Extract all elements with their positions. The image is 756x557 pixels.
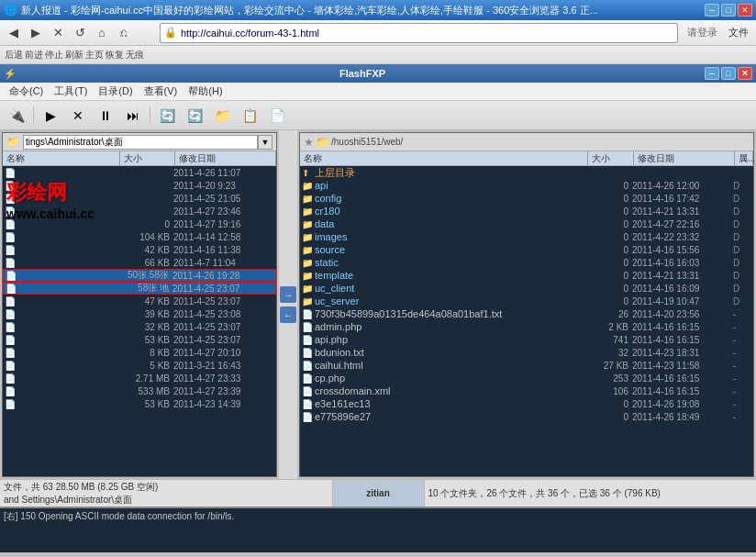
local-file-row[interactable]: 📄 2011-4-26 11:07 (3, 166, 276, 179)
remote-file-name: config (315, 193, 586, 204)
site-manager-button[interactable]: 📁 (209, 104, 235, 128)
remote-file-date: 2011-4-27 22:16 (632, 219, 733, 229)
close-button[interactable]: ✕ (738, 4, 752, 17)
local-file-row[interactable]: 📄 2.71 MB 2011-4-27 23:33 (3, 372, 276, 384)
restore-button[interactable]: ⎌ (114, 23, 134, 43)
fxp-minimize-button[interactable]: ─ (705, 67, 719, 80)
refresh-remote-button[interactable]: 🔄 (182, 104, 207, 128)
home-button[interactable]: ⌂ (92, 23, 112, 43)
remote-file-row[interactable]: 📄 api.php 741 2011-4-16 16:15 - (300, 333, 753, 346)
local-file-row[interactable]: 📄 66 KB 2011-4-7 11:04 (3, 256, 276, 269)
remote-file-size: 0 (586, 258, 632, 268)
local-file-row[interactable]: 📄 53 KB 2011-4-25 23:07 (3, 333, 276, 346)
queue-button[interactable]: 📋 (237, 104, 262, 128)
file-size: 8 KB (118, 348, 173, 358)
skip-button[interactable]: ⏭ (120, 104, 146, 128)
local-file-row[interactable]: 📄 50张 58张 2011-4-26 19:28 (3, 269, 276, 282)
remote-file-row[interactable]: 📁 cr180 0 2011-4-21 13:31 D (300, 205, 753, 217)
address-bar[interactable] (181, 28, 673, 39)
file-size: 32 KB (118, 322, 173, 332)
refresh-button[interactable]: ↺ (70, 23, 90, 43)
connect-button[interactable]: 🔌 (4, 104, 29, 128)
remote-file-icon: 📁 (302, 181, 315, 191)
transfer-button[interactable]: ▶ (38, 104, 63, 128)
local-path-input[interactable] (23, 135, 258, 150)
menu-view[interactable]: 查看(V) (139, 83, 183, 100)
menu-directory[interactable]: 目录(D) (93, 83, 138, 100)
remote-file-row[interactable]: 📁 template 0 2011-4-21 13:31 D (300, 269, 753, 282)
remote-file-row[interactable]: 📁 config 0 2011-4-16 17:42 D (300, 192, 753, 205)
local-folder-icon: 📁 (6, 136, 19, 148)
local-file-row[interactable]: 📄 32 KB 2011-4-25 23:07 (3, 320, 276, 333)
remote-file-row[interactable]: 📁 uc_server 0 2011-4-19 10:47 D (300, 295, 753, 307)
remote-file-icon: 📁 (302, 245, 315, 255)
file-date: 2011-4-27 23:33 (173, 373, 274, 384)
remote-file-name: api (315, 180, 586, 191)
file-menu[interactable]: 文件 (725, 26, 752, 39)
remote-file-date: 2011-4-26 19:08 (632, 399, 733, 409)
stop-label: 停止 (44, 49, 64, 61)
remote-file-row[interactable]: 📄 admin.php 2 KB 2011-4-16 16:15 - (300, 320, 753, 333)
local-file-row[interactable]: 📄 8 KB 2011-4-27 20:10 (3, 346, 276, 359)
local-file-row[interactable]: 📄 39 KB 2011-4-25 23:08 (3, 307, 276, 320)
remote-file-row[interactable]: 📄 e775896e27 0 2011-4-26 18:49 - (300, 410, 753, 423)
file-icon: 📄 (5, 206, 17, 217)
maximize-button[interactable]: □ (721, 4, 736, 17)
remote-file-row[interactable]: 📄 caihui.html 27 KB 2011-4-23 11:58 - (300, 359, 753, 372)
remote-file-row[interactable]: 📁 static 0 2011-4-16 16:03 D (300, 256, 753, 269)
remote-file-row[interactable]: 📁 api 0 2011-4-26 12:00 D (300, 179, 753, 192)
forward-button[interactable]: ▶ (26, 23, 46, 43)
file-size: 0 (118, 219, 173, 229)
stop-transfer-button[interactable]: ✕ (65, 104, 91, 128)
remote-file-date: 2011-4-21 13:31 (632, 206, 733, 217)
fxp-close-button[interactable]: ✕ (738, 67, 752, 80)
local-file-row[interactable]: 📄 47 KB 2011-4-25 23:07 (3, 295, 276, 307)
remote-file-name: 730f3b45899a01315de464a08a01baf1.txt (315, 308, 586, 319)
remote-file-row[interactable]: 📄 e3e161ec13 0 2011-4-26 19:08 - (300, 397, 753, 410)
local-file-row[interactable]: 📄 5 KB 2011-3-21 16:43 (3, 359, 276, 372)
remote-file-name: data (315, 218, 586, 229)
remote-file-row[interactable]: 📄 bdunion.txt 32 2011-4-23 18:31 - (300, 346, 753, 359)
local-file-row[interactable]: 📄 2011-4-25 21:05 (3, 192, 276, 205)
local-path-dropdown[interactable]: ▼ (258, 135, 272, 150)
remote-file-size: 0 (586, 245, 632, 255)
remote-file-attr: - (733, 335, 751, 345)
blank-button[interactable] (136, 23, 156, 43)
remote-file-row[interactable]: 📁 uc_client 0 2011-4-16 16:09 D (300, 282, 753, 295)
remote-name-header: 名称 (300, 151, 588, 165)
local-file-row[interactable]: 📄 42 KB 2011-4-16 11:38 (3, 243, 276, 256)
remote-file-row[interactable]: 📁 images 0 2011-4-22 23:32 D (300, 230, 753, 243)
transfer-right-button[interactable]: → (280, 286, 296, 303)
remote-file-row[interactable]: 📁 source 0 2011-4-16 15:56 D (300, 243, 753, 256)
menu-tools[interactable]: 工具(T) (49, 83, 93, 100)
pause-transfer-button[interactable]: ⏸ (93, 104, 118, 128)
fxp-titlebar: ⚡ FlashFXP ─ □ ✕ (0, 64, 756, 83)
remote-file-row[interactable]: 📄 730f3b45899a01315de464a08a01baf1.txt 2… (300, 307, 753, 320)
remote-file-row[interactable]: ⬆ 上层目录 (300, 166, 753, 179)
local-file-row[interactable]: 📄 104 KB 2011-4-14 12:58 (3, 230, 276, 243)
remote-file-name: admin.php (315, 321, 586, 332)
transfer-left-button[interactable]: ← (280, 306, 296, 323)
fxp-maximize-button[interactable]: □ (721, 67, 736, 80)
file-date: 2011-4-25 21:05 (173, 194, 274, 204)
remote-file-name: bdunion.txt (315, 347, 586, 358)
remote-file-row[interactable]: 📁 data 0 2011-4-27 22:16 D (300, 217, 753, 230)
stop-button[interactable]: ✕ (48, 23, 68, 43)
remote-file-row[interactable]: 📄 cp.php 253 2011-4-16 16:15 - (300, 372, 753, 384)
minimize-button[interactable]: ─ (705, 4, 719, 17)
menu-help[interactable]: 帮助(H) (183, 83, 228, 100)
menu-command[interactable]: 命令(C) (4, 83, 49, 100)
local-file-row[interactable]: 📄 53 KB 2011-4-23 14:39 (3, 397, 276, 410)
remote-path-bar: ★ 📁 /huoshi5151/web/ (300, 133, 753, 151)
local-file-row[interactable]: 📄 0 2011-4-27 19:16 (3, 217, 276, 230)
file-size: 5 KB (118, 361, 173, 371)
local-file-row[interactable]: 📄 58张 地 2011-4-25 23:07 (3, 282, 276, 295)
local-file-row[interactable]: 📄 533 MB 2011-4-27 23:39 (3, 384, 276, 397)
refresh-local-button[interactable]: 🔄 (154, 104, 180, 128)
log-button[interactable]: 📄 (264, 104, 290, 128)
back-button[interactable]: ◀ (4, 23, 24, 43)
local-file-row[interactable]: 📄 2011-4-20 9:23 (3, 179, 276, 192)
remote-file-icon: 📄 (302, 322, 315, 332)
local-file-row[interactable]: 📄 2011-4-27 23:46 (3, 205, 276, 217)
remote-file-row[interactable]: 📄 crossdomain.xml 106 2011-4-16 16:15 - (300, 384, 753, 397)
